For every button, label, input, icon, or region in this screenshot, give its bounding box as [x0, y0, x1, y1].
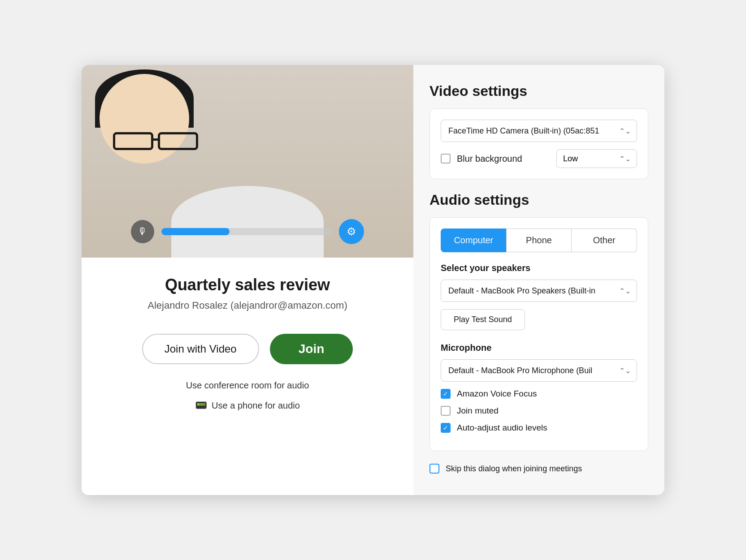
amazon-voice-focus-row: ✓ Amazon Voice Focus	[441, 389, 637, 399]
person-glasses	[113, 132, 212, 155]
blur-level-select[interactable]: Low Medium High	[556, 149, 637, 168]
right-panel: Video settings FaceTime HD Camera (Built…	[413, 65, 664, 495]
microphone-title: Microphone	[441, 343, 637, 353]
join-muted-checkbox[interactable]	[441, 406, 451, 416]
glasses-left-frame	[113, 132, 153, 150]
skip-dialog-label: Skip this dialog when joining meetings	[446, 464, 582, 474]
join-with-video-button[interactable]: Join with Video	[142, 334, 259, 364]
glasses-bridge	[153, 138, 158, 141]
microphone-select-wrapper: Default - MacBook Pro Microphone (Buil ⌃…	[441, 359, 637, 382]
camera-select-wrapper: FaceTime HD Camera (Built-in) (05ac:851 …	[441, 120, 637, 142]
join-button[interactable]: Join	[270, 334, 353, 364]
audio-tabs: Computer Phone Other	[441, 228, 637, 252]
play-test-sound-button[interactable]: Play Test Sound	[441, 309, 525, 330]
speakers-label: Select your speakers	[441, 263, 637, 273]
tab-other[interactable]: Other	[572, 228, 637, 252]
video-settings-title: Video settings	[429, 83, 648, 99]
speakers-select[interactable]: Default - MacBook Pro Speakers (Built-in	[441, 280, 637, 302]
conference-room-link[interactable]: Use conference room for audio	[186, 380, 309, 391]
microphone-icon: 🎙	[131, 220, 154, 243]
amazon-voice-focus-label: Amazon Voice Focus	[457, 389, 537, 399]
join-meeting-modal: 🎙 ⚙ Quartely sales review Alejandro Rosa…	[82, 65, 664, 495]
auto-adjust-row: ✓ Auto-adjust audio levels	[441, 423, 637, 433]
blur-background-checkbox[interactable]	[441, 154, 451, 164]
glasses-right-frame	[158, 132, 198, 150]
mic-bar-area: 🎙 ⚙	[82, 219, 413, 244]
volume-fill	[161, 228, 230, 235]
amazon-voice-focus-checkbox[interactable]: ✓	[441, 389, 451, 399]
audio-settings-title: Audio settings	[429, 192, 648, 208]
video-preview: 🎙 ⚙	[82, 65, 413, 258]
microphone-section: Microphone Default - MacBook Pro Microph…	[441, 343, 637, 433]
meeting-title: Quartely sales review	[165, 276, 330, 294]
speakers-select-wrapper: Default - MacBook Pro Speakers (Built-in…	[441, 280, 637, 302]
auto-adjust-checkbox[interactable]: ✓	[441, 423, 451, 433]
join-buttons: Join with Video Join	[142, 334, 353, 364]
skip-dialog-checkbox[interactable]	[429, 464, 439, 474]
skip-dialog-row: Skip this dialog when joining meetings	[429, 464, 648, 474]
volume-bar	[161, 228, 332, 235]
left-panel: 🎙 ⚙ Quartely sales review Alejandro Rosa…	[82, 65, 413, 495]
left-content: Quartely sales review Alejandro Rosalez …	[82, 258, 413, 477]
settings-button[interactable]: ⚙	[339, 219, 364, 244]
person-face	[100, 74, 189, 164]
join-muted-label: Join muted	[457, 406, 499, 416]
meeting-user: Alejandro Rosalez (alejandror@amazon.com…	[147, 300, 347, 311]
blur-background-label: Blur background	[457, 154, 550, 164]
audio-settings-card: Computer Phone Other Select your speaker…	[429, 217, 648, 451]
phone-icon: 📟	[195, 400, 207, 411]
auto-adjust-label: Auto-adjust audio levels	[457, 423, 547, 433]
camera-select[interactable]: FaceTime HD Camera (Built-in) (05ac:851	[441, 120, 637, 142]
join-muted-row: Join muted	[441, 406, 637, 416]
video-settings-card: FaceTime HD Camera (Built-in) (05ac:851 …	[429, 108, 648, 179]
blur-row: Blur background Low Medium High ⌃⌄	[441, 149, 637, 168]
blur-level-select-wrapper: Low Medium High ⌃⌄	[556, 149, 637, 168]
tab-phone[interactable]: Phone	[506, 228, 572, 252]
phone-audio-link[interactable]: 📟 Use a phone for audio	[195, 400, 300, 411]
tab-computer[interactable]: Computer	[441, 228, 506, 252]
phone-link-label: Use a phone for audio	[212, 401, 300, 411]
microphone-select[interactable]: Default - MacBook Pro Microphone (Buil	[441, 359, 637, 382]
